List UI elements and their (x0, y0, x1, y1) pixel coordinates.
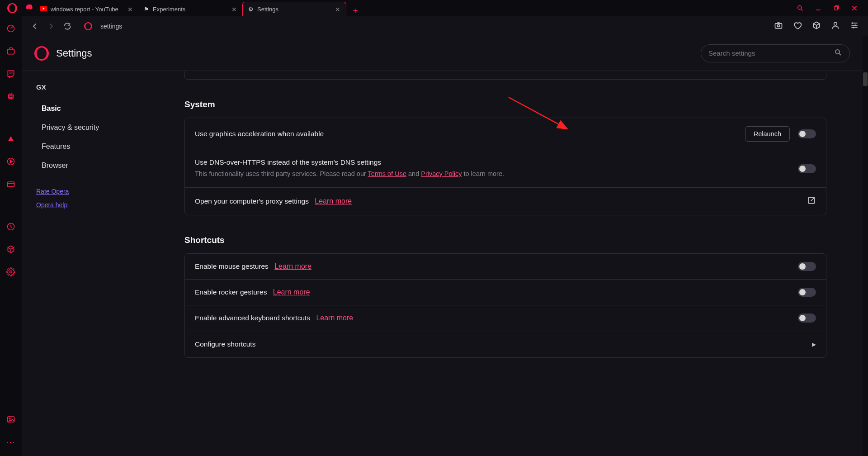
discord-icon[interactable] (25, 3, 34, 14)
row-dns-over-https: Use DNS-over-HTTPS instead of the system… (185, 150, 826, 188)
learn-more-link[interactable]: Learn more (273, 288, 310, 296)
setting-label: Open your computer's proxy settings (195, 197, 309, 205)
back-button[interactable] (31, 22, 39, 30)
svg-rect-5 (8, 182, 14, 187)
easy-setup-icon[interactable] (850, 21, 859, 32)
sidebar-category[interactable]: GX (22, 83, 148, 91)
speedometer-icon[interactable] (6, 24, 16, 33)
svg-rect-13 (775, 23, 782, 28)
heart-icon[interactable] (793, 21, 802, 32)
wallet-icon[interactable] (6, 179, 16, 189)
forward-button[interactable] (47, 22, 55, 30)
briefcase-icon[interactable] (6, 46, 16, 56)
external-link-icon[interactable] (807, 196, 816, 207)
settings-sidebar: GX Basic Privacy & security Features Bro… (22, 71, 148, 456)
address-text[interactable]: settings (100, 23, 122, 30)
picture-icon[interactable] (6, 414, 16, 424)
chip-icon[interactable] (6, 91, 16, 101)
opera-help-link[interactable]: Opera help (36, 201, 148, 209)
page-title: Settings (56, 48, 92, 59)
setting-description: This functionality uses third party serv… (195, 169, 790, 179)
toggle-mouse-gestures[interactable] (798, 262, 816, 271)
search-icon (834, 48, 842, 58)
rate-opera-link[interactable]: Rate Opera (36, 188, 148, 195)
row-mouse-gestures: Enable mouse gestures Learn more (185, 254, 826, 280)
tab-label: Experiments (153, 6, 185, 13)
privacy-policy-link[interactable]: Privacy Policy (421, 170, 462, 177)
toggle-dns-over-https[interactable] (798, 164, 816, 173)
scrollbar-thumb[interactable] (863, 72, 868, 86)
reload-button[interactable] (63, 22, 71, 30)
youtube-icon (40, 6, 47, 13)
tab-experiments[interactable]: ⚑ Experiments ✕ (138, 2, 242, 16)
terms-of-use-link[interactable]: Terms of Use (368, 170, 406, 177)
tab-close-button[interactable]: ✕ (127, 6, 133, 13)
search-button[interactable] (797, 5, 804, 12)
setting-label: Enable mouse gestures (195, 262, 269, 270)
tab-close-button[interactable]: ✕ (231, 6, 237, 13)
svg-rect-1 (8, 49, 14, 54)
tab-strip: windows report - YouTube ✕ ⚑ Experiments… (34, 0, 364, 16)
opera-logo-icon (34, 46, 49, 61)
sidebar-item-browser[interactable]: Browser (22, 156, 148, 175)
maximize-button[interactable] (833, 5, 840, 12)
learn-more-link[interactable]: Learn more (274, 262, 311, 270)
person-icon[interactable] (831, 21, 840, 32)
cube-icon[interactable] (6, 244, 16, 254)
learn-more-link[interactable]: Learn more (316, 314, 353, 322)
row-gpu-acceleration: Use graphics acceleration when available… (185, 118, 826, 150)
toggle-rocker-gestures[interactable] (798, 288, 816, 297)
sidebar-item-basic[interactable]: Basic (22, 99, 148, 118)
twitch-icon[interactable] (6, 69, 16, 79)
svg-point-11 (798, 6, 802, 10)
setting-label: Use graphics acceleration when available (195, 130, 737, 138)
play-circle-icon[interactable] (6, 157, 16, 166)
tab-label: windows report - YouTube (51, 6, 118, 13)
flag-icon: ⚑ (144, 6, 149, 13)
svg-point-7 (10, 271, 12, 273)
cube-icon[interactable] (812, 21, 821, 32)
svg-point-14 (778, 24, 780, 27)
triangle-icon[interactable] (6, 134, 16, 144)
tab-close-button[interactable]: ✕ (335, 6, 340, 13)
gear-icon: ⚙ (248, 6, 254, 13)
tab-youtube[interactable]: windows report - YouTube ✕ (34, 2, 138, 16)
setting-label: Use DNS-over-HTTPS instead of the system… (195, 158, 790, 166)
sidebar-item-privacy[interactable]: Privacy & security (22, 118, 148, 137)
close-window-button[interactable] (851, 5, 858, 12)
sidebar-item-features[interactable]: Features (22, 137, 148, 156)
content-scrollbar[interactable] (863, 36, 868, 456)
more-icon[interactable]: ⋯ (6, 437, 16, 447)
learn-more-link[interactable]: Learn more (315, 197, 352, 205)
shortcuts-group: Enable mouse gestures Learn more Enable … (184, 253, 826, 358)
new-tab-button[interactable]: + (346, 6, 364, 16)
search-settings[interactable] (701, 44, 850, 62)
toggle-gpu-acceleration[interactable] (798, 129, 816, 138)
setting-label: Configure shortcuts (195, 340, 255, 348)
minimize-button[interactable] (815, 5, 822, 12)
opera-o-icon (84, 22, 92, 30)
tab-label: Settings (257, 6, 278, 13)
section-heading-shortcuts: Shortcuts (184, 235, 826, 245)
svg-rect-2 (9, 94, 13, 99)
opera-logo-icon[interactable] (7, 3, 17, 13)
relaunch-button[interactable]: Relaunch (745, 126, 790, 142)
gear-icon[interactable] (6, 267, 16, 277)
setting-label: Enable advanced keyboard shortcuts (195, 314, 310, 322)
row-configure-shortcuts[interactable]: Configure shortcuts ▸ (185, 331, 826, 357)
chevron-right-icon: ▸ (812, 339, 816, 349)
search-input[interactable] (708, 49, 834, 57)
settings-content[interactable]: System Use graphics acceleration when av… (148, 71, 863, 456)
camera-icon[interactable] (774, 21, 783, 32)
settings-page: Settings GX Basic Privacy & security Fea… (22, 36, 863, 456)
svg-rect-12 (834, 7, 837, 10)
clock-icon[interactable] (6, 222, 16, 232)
titlebar: windows report - YouTube ✕ ⚑ Experiments… (0, 0, 868, 16)
workspace-rail: ⋯ (0, 16, 22, 456)
row-proxy-settings[interactable]: Open your computer's proxy settings Lear… (185, 188, 826, 215)
row-rocker-gestures: Enable rocker gestures Learn more (185, 280, 826, 305)
toggle-keyboard-shortcuts[interactable] (798, 314, 816, 323)
address-bar: settings (22, 16, 868, 36)
svg-rect-3 (10, 95, 12, 98)
tab-settings[interactable]: ⚙ Settings ✕ (242, 2, 346, 16)
